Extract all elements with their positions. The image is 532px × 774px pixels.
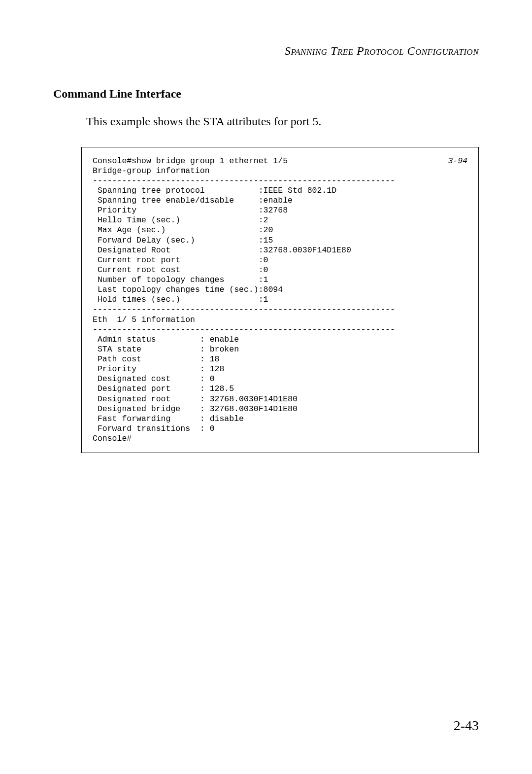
body-paragraph: This example shows the STA attributes fo…	[86, 115, 321, 128]
eth-row-9: Forward transitions : 0	[93, 424, 215, 433]
bridge-row-6: Designated Root :32768.0030F14D1E80	[93, 246, 351, 255]
bridge-row-7: Current root port :0	[93, 255, 268, 265]
page-header: Spanning Tree Protocol Configuration	[0, 0, 532, 58]
page-number-text: 2-43	[454, 718, 479, 733]
page-number: 2-43	[454, 718, 479, 734]
console-command: Console#show bridge group 1 ethernet 1/5	[93, 156, 288, 166]
eth-row-5: Designated port : 128.5	[93, 384, 234, 393]
bridge-group-header: Bridge-group information	[93, 166, 210, 176]
eth-row-2: Path cost : 18	[93, 354, 219, 364]
eth-row-4: Designated cost : 0	[93, 374, 215, 384]
eth-row-6: Designated root : 32768.0030F14D1E80	[93, 394, 298, 404]
bridge-row-2: Priority :32768	[93, 206, 288, 215]
divider: ----------------------------------------…	[93, 176, 395, 185]
bridge-row-10: Last topology changes time (sec.):8094	[93, 285, 283, 294]
eth-row-3: Priority : 128	[93, 364, 224, 374]
eth-row-1: STA state : broken	[93, 345, 239, 354]
divider: ----------------------------------------…	[93, 325, 395, 334]
bridge-row-9: Number of topology changes :1	[93, 275, 268, 284]
bridge-row-8: Current root cost :0	[93, 265, 268, 275]
divider: ----------------------------------------…	[93, 305, 395, 314]
bridge-row-4: Max Age (sec.) :20	[93, 225, 273, 235]
bridge-row-3: Hello Time (sec.) :2	[93, 215, 268, 225]
bridge-row-11: Hold times (sec.) :1	[93, 295, 268, 304]
bridge-row-5: Forward Delay (sec.) :15	[93, 236, 273, 245]
header-title: Spanning Tree Protocol Configuration	[285, 44, 479, 57]
eth-row-7: Designated bridge : 32768.0030F14D1E80	[93, 404, 298, 414]
console-output-box: 3-94Console#show bridge group 1 ethernet…	[81, 147, 479, 454]
eth-row-0: Admin status : enable	[93, 335, 239, 344]
bridge-row-1: Spanning tree enable/disable :enable	[93, 196, 293, 205]
eth-row-8: Fast forwarding : disable	[93, 414, 244, 423]
console-prompt: Console#	[93, 434, 132, 443]
bridge-row-0: Spanning tree protocol :IEEE Std 802.1D	[93, 186, 336, 195]
body-text: This example shows the STA attributes fo…	[0, 101, 532, 130]
section-heading-text: Command Line Interface	[53, 87, 181, 100]
console-reference: 3-94	[448, 156, 467, 166]
eth-header: Eth 1/ 5 information	[93, 315, 195, 324]
section-heading: Command Line Interface	[0, 58, 532, 101]
